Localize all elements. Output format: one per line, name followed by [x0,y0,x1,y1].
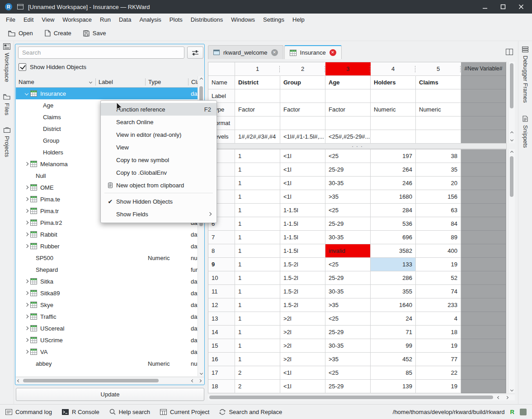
data-cell[interactable]: 19 [416,380,461,393]
expand-icon[interactable] [23,221,30,224]
meta-cell[interactable]: District [235,76,280,89]
data-cell[interactable]: 1 [235,204,280,217]
data-cell[interactable]: 74 [416,285,461,298]
menu-item-show-fields[interactable]: Show Fields [101,208,217,220]
tab-rkward-welcome[interactable]: rkward_welcome ✕ [208,45,283,59]
row-header[interactable]: 15 [208,339,235,353]
statusbar-command-log[interactable]: Command log [5,409,52,415]
row-header[interactable]: 12 [208,298,235,312]
data-cell[interactable]: 52 [416,271,461,285]
menubar-item-file[interactable]: File [2,14,19,25]
meta-cell-newvar[interactable] [461,103,506,116]
meta-cell-newvar[interactable] [461,116,506,130]
meta-cell[interactable]: <1l#,#1-1.5l#,... [280,130,325,144]
dock-tab-files[interactable]: Files [3,94,10,115]
data-cell[interactable]: <1l [280,177,325,190]
data-cell[interactable]: >2l [280,312,325,326]
data-cell[interactable]: 30-35 [325,177,371,190]
data-cell-newvar[interactable] [461,285,506,298]
meta-cell-newvar[interactable] [461,89,506,103]
meta-cell[interactable]: Group [280,76,325,89]
data-cell[interactable]: 286 [371,271,416,285]
data-cell[interactable]: 85 [371,366,416,380]
data-cell[interactable]: 22 [416,366,461,380]
expand-icon[interactable] [23,339,30,341]
data-cell[interactable]: 71 [371,326,416,339]
meta-data-splitter[interactable] [208,143,507,149]
scroll-right-icon[interactable] [505,396,508,399]
tree-row-shepard[interactable]: Shepardfun... [16,264,198,275]
data-horizontal-scrollbar[interactable] [208,394,515,400]
create-button[interactable]: Create [40,28,76,39]
column-header-1[interactable]: 1 [235,62,280,76]
data-cell[interactable]: >35 [325,353,371,366]
row-header[interactable]: 10 [208,271,235,285]
meta-cell[interactable] [371,130,416,144]
data-cell[interactable]: 1-1.5l [280,204,325,217]
data-cell[interactable]: 25-29 [325,217,371,231]
data-cell[interactable]: >2l [280,353,325,366]
data-cell[interactable]: 30-35 [325,231,371,244]
dock-tab-snippets[interactable]: Snippets [522,116,529,148]
meta-vertical-scrollbar[interactable] [508,62,515,143]
data-cell[interactable]: 25-29 [325,163,371,177]
data-cell[interactable]: 30-35 [325,339,371,353]
row-header[interactable]: 18 [208,380,235,393]
data-cell-newvar[interactable] [461,244,506,258]
data-cell-newvar[interactable] [461,217,506,231]
data-cell[interactable]: 25-29 [325,326,371,339]
tree-row-sp500[interactable]: SP500Numericnum... [16,252,198,264]
menu-item-search-online[interactable]: Search Online [101,116,217,128]
data-cell[interactable]: 25-29 [325,380,371,393]
data-cell[interactable]: 1 [235,177,280,190]
data-cell[interactable]: <25 [325,149,371,163]
data-cell[interactable]: 19 [416,258,461,271]
meta-cell[interactable]: <25#,#25-29#... [325,130,371,144]
row-header[interactable]: 16 [208,353,235,366]
data-cell-newvar[interactable] [461,163,506,177]
expand-icon[interactable] [23,303,30,306]
data-cell[interactable]: 1 [235,258,280,271]
expand-icon[interactable] [23,280,30,283]
data-cell-newvar[interactable] [461,258,506,271]
data-cell[interactable]: >35 [325,298,371,312]
data-cell[interactable]: <1l [280,380,325,393]
expand-icon[interactable] [23,292,30,294]
tree-row-traffic[interactable]: Trafficdat... [16,311,198,322]
scroll-up-icon[interactable] [510,150,513,154]
data-cell[interactable]: 1.5-2l [280,258,325,271]
data-cell[interactable]: 1-1.5l [280,217,325,231]
data-cell[interactable]: >2l [280,326,325,339]
expand-icon[interactable] [23,233,30,236]
data-cell[interactable]: 38 [416,149,461,163]
checkbox-checked-icon[interactable] [19,63,26,71]
menubar-item-analysis[interactable]: Analysis [135,14,165,25]
expand-icon[interactable] [23,245,30,247]
data-cell-newvar[interactable] [461,366,506,380]
close-button[interactable] [518,3,525,10]
minimize-button[interactable] [481,3,489,10]
expand-icon[interactable] [23,210,30,212]
tree-row-uscrime[interactable]: UScrimedat... [16,334,198,346]
tab-insurance[interactable]: Insurance ✕ [284,45,342,59]
menubar-item-distributions[interactable]: Distributions [187,14,227,25]
menu-item-view-in-editor-read-only[interactable]: View in editor (read-only) [101,128,217,141]
data-cell[interactable]: 25-29 [325,271,371,285]
data-cell[interactable]: 1.5-2l [280,298,325,312]
statusbar-r-console[interactable]: R Console [62,409,99,415]
data-cell-newvar[interactable] [461,353,506,366]
data-cell[interactable]: <1l [280,149,325,163]
split-view-icon[interactable] [506,49,513,55]
expand-icon[interactable] [23,163,30,165]
data-cell-newvar[interactable] [461,312,506,326]
data-cell[interactable]: 264 [371,163,416,177]
data-cell[interactable]: 1.5-2l [280,271,325,285]
data-cell[interactable]: 156 [416,190,461,204]
data-cell[interactable]: 18 [416,326,461,339]
tree-horizontal-scrollbar[interactable] [16,377,204,383]
meta-cell[interactable] [280,116,325,130]
tree-column-type[interactable]: Type [145,79,188,85]
tree-row-abbey[interactable]: abbeyNumericnum... [16,358,198,369]
expand-icon[interactable] [23,315,30,318]
data-cell[interactable]: 284 [371,204,416,217]
